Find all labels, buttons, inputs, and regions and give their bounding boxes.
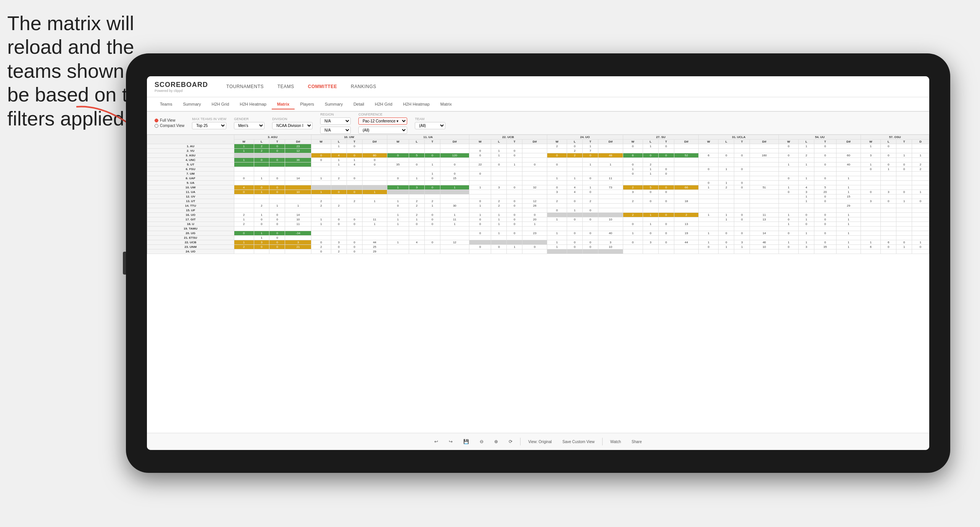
subnav-matrix[interactable]: Matrix: [272, 100, 295, 109]
tablet-side-button: [123, 252, 126, 275]
radio-compact-view[interactable]: Compact View: [155, 124, 184, 128]
table-row: 14. TTU 211 22 02130 12026 29: [147, 204, 929, 208]
filter-gender-label: Gender: [234, 117, 264, 121]
filter-division-label: Division: [272, 117, 313, 121]
radio-full-view[interactable]: Full View: [155, 118, 184, 122]
table-row: 21. ETSU 10: [147, 236, 929, 240]
filter-gender-select[interactable]: Men's: [234, 122, 264, 129]
filter-conference: Conference Pac-12 Conference ▾ (All): [358, 112, 407, 134]
col-ua: 11. UA: [387, 135, 469, 140]
zoom-out-button[interactable]: ⊖: [477, 438, 487, 445]
save-custom-label: Save Custom View: [563, 440, 595, 444]
top-nav: SCOREBOARD Powered by clippd TOURNAMENTS…: [147, 76, 929, 97]
undo-icon: ↩: [434, 439, 438, 444]
nav-tournaments[interactable]: TOURNAMENTS: [219, 81, 271, 92]
reset-button[interactable]: ⟳: [506, 438, 516, 445]
subnav-summary[interactable]: Summary: [177, 100, 206, 109]
table-row: 7. UM 10 0 010: [147, 172, 929, 176]
view-radio-group: Full View Compact View: [155, 118, 184, 128]
subnav-matrix2[interactable]: Matrix: [435, 100, 457, 109]
subnav-h2h-grid2[interactable]: H2H Grid: [369, 100, 398, 109]
filter-team-select[interactable]: (All): [415, 122, 445, 129]
filter-conference-select2[interactable]: (All): [358, 127, 407, 134]
table-row: 24. UO 02029: [147, 249, 929, 254]
col-osu: 57. OSU: [861, 135, 929, 140]
matrix-table: 3. ASU 10. UW 11. UA 22. UCB 24. UO 27. …: [147, 135, 929, 254]
zoom-in-button[interactable]: ⊕: [491, 438, 501, 445]
table-row: 12. UV 1015: [147, 194, 929, 199]
zoom-out-icon: ⊖: [480, 439, 484, 444]
col-uw: 10. UW: [311, 135, 387, 140]
filter-region: Region N/A N/A: [320, 112, 351, 134]
subnav-h2h-heatmap[interactable]: H2H Heatmap: [234, 100, 272, 109]
nav-rankings[interactable]: RANKINGS: [344, 81, 383, 92]
share-label: Share: [632, 440, 642, 444]
subnav-summary2[interactable]: Summary: [319, 100, 348, 109]
table-row: 20. UG 010-34 01023 10040 10019 10014 01…: [147, 231, 929, 236]
nav-items: TOURNAMENTS TEAMS COMMITTEE RANKINGS: [219, 81, 383, 92]
col-asu: 3. ASU: [234, 135, 311, 140]
col-ucb: 22. UCB: [469, 135, 547, 140]
radio-compact-label: Compact View: [160, 124, 184, 128]
toolbar-divider2: [602, 438, 603, 445]
redo-icon: ↪: [449, 439, 453, 444]
table-row: 4. UNC 10036 0110: [147, 158, 929, 162]
col-uu: 54. UU: [779, 135, 861, 140]
col-uo: 24. UO: [547, 135, 623, 140]
watch-button[interactable]: Watch: [607, 439, 624, 445]
filter-max-teams-label: Max teams in view: [192, 117, 226, 121]
filter-team: Team (All): [415, 117, 445, 129]
tablet-device: SCOREBOARD Powered by clippd TOURNAMENTS…: [126, 53, 950, 473]
tablet-screen: SCOREBOARD Powered by clippd TOURNAMENTS…: [147, 76, 929, 450]
table-row: 15. UF 010: [147, 208, 929, 213]
reset-icon: ⟳: [509, 439, 513, 444]
nav-committee[interactable]: COMMITTEE: [301, 81, 344, 92]
toolbar-divider: [520, 438, 521, 445]
filter-gender: Gender Men's: [234, 117, 264, 129]
filter-region-select[interactable]: N/A: [320, 117, 351, 125]
share-button[interactable]: Share: [629, 439, 645, 445]
filter-max-teams-select[interactable]: Top 25: [192, 122, 226, 129]
view-original-label: View: Original: [528, 440, 552, 444]
radio-full-dot: [155, 119, 158, 122]
table-row: 10. UW 400 1301 13032 04173 25066 12051 …: [147, 185, 929, 190]
col-ucla: 31. UCLA: [699, 135, 779, 140]
watch-label: Watch: [610, 440, 621, 444]
subnav-players[interactable]: Players: [295, 100, 319, 109]
table-row: 1. AU 12023 10 201 010 010 10: [147, 144, 929, 149]
filter-division-select[interactable]: NCAA Division I: [272, 122, 313, 129]
logo-title: SCOREBOARD: [155, 81, 208, 89]
matrix-content[interactable]: 3. ASU 10. UW 11. UA 22. UCB 24. UO 27. …: [147, 135, 929, 433]
undo-button[interactable]: ↩: [431, 438, 441, 445]
table-row: 22. UCB 1303 03044 14012 1003 03044 1034…: [147, 240, 929, 245]
bottom-toolbar: ↩ ↪ 💾 ⊖ ⊕ ⟳ View: Original Save Custom: [147, 433, 929, 450]
save-custom-button[interactable]: Save Custom View: [559, 439, 598, 445]
table-row: 11. UA 01010 1001 340 300 03201 0301: [147, 190, 929, 194]
subnav-h2h-grid[interactable]: H2H Grid: [206, 100, 234, 109]
nav-teams[interactable]: TEAMS: [271, 81, 301, 92]
subnav-h2h-heatmap2[interactable]: H2H Heatmap: [398, 100, 435, 109]
subnav-teams[interactable]: Teams: [155, 100, 177, 109]
radio-compact-dot: [155, 124, 158, 128]
save-icon: 💾: [463, 439, 469, 444]
view-original-button[interactable]: View: Original: [525, 439, 555, 445]
table-row: 8. UAF 01014 120 01015 11011 0101: [147, 176, 929, 181]
table-row: 18. U 20011 1001 1001 0101 01013 1001: [147, 222, 929, 227]
table-row: 3. ASU 04080 050120 010 02048 60052 6001…: [147, 153, 929, 158]
table-row: 17. GIT 10010 10011 11011 01020 10010 10…: [147, 217, 929, 222]
table-row: 5. UT 140 35010 22010 011 02 11040 1002: [147, 162, 929, 167]
table-row: 2. VU 12012 010 27: [147, 149, 929, 153]
redo-button[interactable]: ↪: [446, 438, 456, 445]
filter-region-select2[interactable]: N/A: [320, 127, 351, 134]
save-button[interactable]: 💾: [460, 438, 472, 445]
sub-nav: Teams Summary H2H Grid H2H Heatmap Matri…: [147, 97, 929, 112]
table-row: 9. UA 010: [147, 181, 929, 185]
radio-full-label: Full View: [160, 118, 175, 122]
filter-conference-select[interactable]: Pac-12 Conference ▾: [358, 117, 407, 125]
subnav-detail[interactable]: Detail: [348, 100, 369, 109]
table-row: 6. FSU 110 010 0102: [147, 167, 929, 172]
table-row: 23. UNM 20021 20025 0010 10010 01110 033…: [147, 245, 929, 249]
table-row: 16. UO 21014 1201 1100 2102 11011 1001: [147, 213, 929, 217]
col-su: 27. SU: [623, 135, 699, 140]
zoom-in-icon: ⊕: [494, 439, 498, 444]
